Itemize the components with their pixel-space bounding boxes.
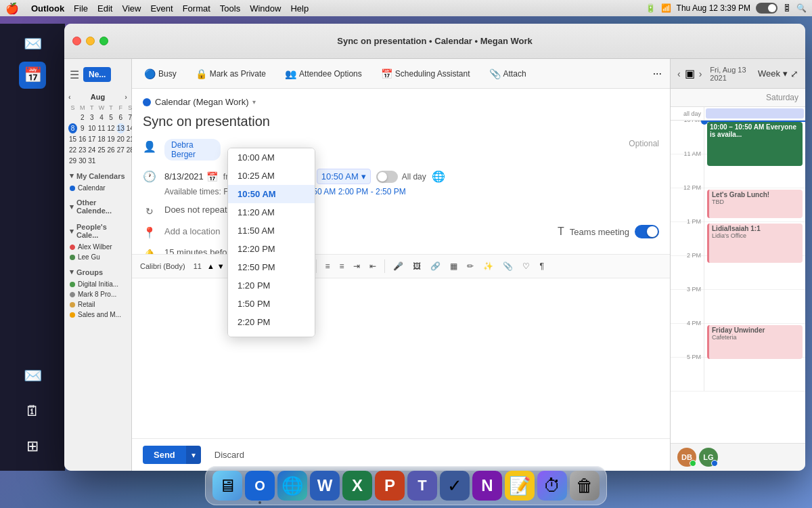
font-size-up-icon[interactable]: ▲ bbox=[207, 262, 215, 270]
app-name[interactable]: Outlook bbox=[31, 3, 64, 14]
peoples-cal-alex[interactable]: Alex Wilber bbox=[70, 242, 126, 252]
cal-panel-check-icon[interactable]: ▣ bbox=[685, 67, 695, 80]
dock-teams[interactable]: T bbox=[407, 471, 437, 501]
busy-button[interactable]: 🔵 Busy bbox=[140, 66, 181, 82]
expand-icon[interactable]: ⤢ bbox=[790, 68, 798, 79]
dropdown-item-1000[interactable]: 10:00 AM bbox=[228, 148, 315, 167]
group-sales[interactable]: Sales and M... bbox=[70, 310, 126, 320]
more-options-button[interactable]: ··· bbox=[653, 68, 662, 80]
indent-button[interactable]: ⇥ bbox=[350, 259, 363, 273]
insert-link-button[interactable]: 🔗 bbox=[427, 259, 444, 273]
list-button[interactable]: ≡ bbox=[336, 259, 347, 273]
dock-trash[interactable]: 🗑 bbox=[570, 471, 600, 501]
peoples-cal-lee[interactable]: Lee Gu bbox=[70, 252, 126, 262]
menubar-control-icon[interactable]: 🎛 bbox=[783, 3, 791, 13]
dock-outlook[interactable]: O bbox=[245, 471, 275, 501]
other-calendars-header[interactable]: ▾ Other Calende... bbox=[70, 198, 126, 215]
dictate-button[interactable]: 🎤 bbox=[390, 259, 407, 273]
nav-calendar-icon[interactable]: 📅 bbox=[19, 62, 46, 89]
location-input[interactable] bbox=[164, 226, 549, 236]
align-button[interactable]: ≡ bbox=[321, 259, 333, 273]
dock-screentime[interactable]: ⏱ bbox=[537, 471, 567, 501]
dock-word[interactable]: W bbox=[310, 471, 340, 501]
cal-next-month[interactable]: › bbox=[125, 93, 127, 101]
new-event-button[interactable]: Ne... bbox=[83, 67, 111, 82]
menu-help[interactable]: Help bbox=[290, 3, 309, 14]
dock-onenote[interactable]: N bbox=[472, 471, 502, 501]
font-size-selector[interactable]: 11 bbox=[191, 261, 204, 272]
event-title-input[interactable] bbox=[143, 114, 659, 129]
mini-cal-selected[interactable]: 13 bbox=[116, 123, 125, 133]
event-unwinder[interactable]: Friday Unwinder Cafeteria bbox=[707, 325, 803, 359]
event-lunch[interactable]: Let's Grab Lunch! TBD bbox=[707, 190, 803, 218]
send-dropdown-button[interactable]: ▾ bbox=[186, 446, 201, 464]
nav-apps-icon[interactable]: ⊞ bbox=[19, 433, 46, 460]
group-mark8[interactable]: Mark 8 Pro... bbox=[70, 289, 126, 299]
highlight-button[interactable]: ✨ bbox=[480, 259, 497, 273]
send-button[interactable]: Send bbox=[143, 446, 186, 464]
cal-panel-view-selector[interactable]: Week ▾ ⤢ bbox=[758, 68, 798, 79]
menubar-search-icon[interactable]: 🔍 bbox=[796, 3, 807, 13]
dropdown-item-1150[interactable]: 11:50 AM bbox=[228, 221, 315, 240]
to-time-picker[interactable]: 10:50 AM ▾ bbox=[317, 169, 371, 184]
dropdown-item-1050[interactable]: 10:50 AM bbox=[228, 185, 315, 203]
my-calendars-header[interactable]: ▾ My Calendars bbox=[70, 171, 126, 180]
paragraph-button[interactable]: ¶ bbox=[536, 259, 547, 273]
dock-excel[interactable]: X bbox=[342, 471, 372, 501]
dropdown-item-250[interactable]: 2:50 PM bbox=[228, 331, 315, 337]
attach-button[interactable]: 📎 Attach bbox=[485, 66, 531, 82]
date-picker[interactable]: 8/13/2021 📅 bbox=[164, 171, 218, 182]
menu-tools[interactable]: Tools bbox=[220, 3, 240, 14]
cal-prev-month[interactable]: ‹ bbox=[68, 93, 71, 101]
nav-calendar-bottom-icon[interactable]: 🗓 bbox=[19, 398, 46, 425]
insert-image-button[interactable]: 🖼 bbox=[409, 259, 424, 273]
nav-mail-icon[interactable]: ✉️ bbox=[19, 30, 46, 58]
insert-table-button[interactable]: ▦ bbox=[447, 259, 461, 273]
dropdown-item-150[interactable]: 1:50 PM bbox=[228, 295, 315, 313]
menu-file[interactable]: File bbox=[74, 3, 88, 14]
dock-edge[interactable]: 🌐 bbox=[277, 471, 307, 501]
teams-toggle[interactable] bbox=[635, 225, 659, 238]
dropdown-item-220[interactable]: 2:20 PM bbox=[228, 313, 315, 331]
font-size-down-icon[interactable]: ▼ bbox=[217, 262, 225, 270]
groups-header[interactable]: ▾ Groups bbox=[70, 268, 126, 276]
allday-event[interactable] bbox=[706, 108, 804, 119]
font-family-selector[interactable]: Calibri (Body) bbox=[137, 261, 188, 272]
menu-view[interactable]: View bbox=[122, 3, 141, 14]
dark-mode-toggle[interactable] bbox=[756, 3, 777, 14]
discard-button[interactable]: Discard bbox=[206, 446, 252, 464]
dropdown-item-1025[interactable]: 10:25 AM bbox=[228, 167, 315, 185]
like-button[interactable]: ♡ bbox=[519, 259, 533, 273]
time-grid[interactable]: 10 AM 10:00 – 10:50 AM Everyone is avail… bbox=[671, 121, 805, 443]
dropdown-item-1250[interactable]: 12:50 PM bbox=[228, 258, 315, 276]
body-area[interactable] bbox=[132, 278, 670, 438]
dock-notes[interactable]: 📝 bbox=[505, 471, 535, 501]
attendee-options-button[interactable]: 👥 Attendee Options bbox=[281, 66, 366, 82]
sidebar-calendar-item[interactable]: Calendar bbox=[70, 183, 126, 193]
window-close[interactable] bbox=[72, 37, 81, 45]
menu-format[interactable]: Format bbox=[183, 3, 210, 14]
window-minimize[interactable] bbox=[86, 37, 95, 45]
dock-powerpoint[interactable]: P bbox=[375, 471, 405, 501]
mini-cal-today[interactable]: 8 bbox=[68, 123, 77, 133]
time-dropdown[interactable]: 10:00 AM 10:25 AM 10:50 AM 11:20 AM 11:5… bbox=[227, 148, 315, 337]
cal-panel-next[interactable]: › bbox=[699, 68, 702, 79]
cal-panel-prev[interactable]: ‹ bbox=[677, 68, 681, 79]
avatar-1[interactable]: DB bbox=[677, 448, 696, 467]
mark-private-button[interactable]: 🔒 Mark as Private bbox=[191, 66, 270, 82]
menu-window[interactable]: Window bbox=[250, 3, 281, 14]
dropdown-item-120[interactable]: 1:20 PM bbox=[228, 276, 315, 295]
avail-slot2[interactable]: 2:00 PM - 2:50 PM bbox=[338, 187, 406, 196]
group-retail[interactable]: Retail bbox=[70, 299, 126, 310]
menu-event[interactable]: Event bbox=[150, 3, 173, 14]
nav-mail-bottom-icon[interactable]: ✉️ bbox=[19, 362, 46, 389]
avatar-2[interactable]: LG bbox=[699, 448, 718, 467]
menu-edit[interactable]: Edit bbox=[97, 3, 112, 14]
draw-button[interactable]: ✏ bbox=[464, 259, 477, 273]
window-maximize[interactable] bbox=[99, 37, 108, 45]
scheduling-assistant-button[interactable]: 📅 Scheduling Assistant bbox=[377, 66, 474, 82]
apple-menu[interactable]: 🍎 bbox=[5, 2, 19, 15]
group-digital[interactable]: Digital Initia... bbox=[70, 279, 126, 289]
dock-finder[interactable]: 🖥 bbox=[212, 471, 242, 501]
dropdown-item-1120[interactable]: 11:20 AM bbox=[228, 203, 315, 221]
